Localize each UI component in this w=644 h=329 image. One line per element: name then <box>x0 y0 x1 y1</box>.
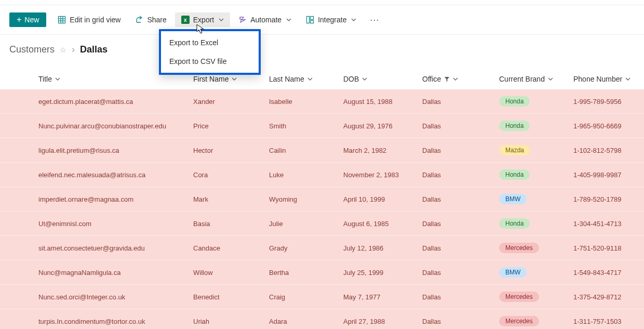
cell-brand: BMW <box>499 267 573 278</box>
table-row[interactable]: imperdiet.ornare@magnaa.comMarkWyomingAp… <box>0 187 644 211</box>
table-row[interactable]: sit.amet.consectetuer@gravida.eduCandace… <box>0 235 644 260</box>
plus-icon: + <box>17 16 21 23</box>
header-last-name[interactable]: Last Name <box>269 75 343 83</box>
brand-pill: Mercedes <box>499 316 539 326</box>
header-brand[interactable]: Current Brand <box>499 75 573 83</box>
cell-phone: 1-375-429-8712 <box>573 293 644 301</box>
cell-title[interactable]: ligula.elit.pretium@risus.ca <box>38 147 193 154</box>
brand-pill: Honda <box>499 121 530 131</box>
header-dob[interactable]: DOB <box>343 75 422 83</box>
header-dob-label: DOB <box>343 75 359 83</box>
cell-title[interactable]: eleifend.nec.malesuada@atrisus.ca <box>38 171 193 179</box>
cell-dob: November 2, 1983 <box>343 171 422 179</box>
chevron-down-icon <box>625 76 630 82</box>
cell-first-name: Uriah <box>193 318 269 325</box>
cell-dob: July 25, 1999 <box>343 269 422 277</box>
share-button[interactable]: Share <box>129 12 172 27</box>
cell-phone: 1-102-812-5798 <box>573 147 644 154</box>
brand-pill: BMW <box>499 194 527 204</box>
brand-pill: Mercedes <box>499 243 539 253</box>
cell-title[interactable]: Nunc@magnaNamligula.ca <box>38 269 193 277</box>
svg-rect-6 <box>311 17 314 20</box>
header-phone-label: Phone Number <box>573 75 622 83</box>
export-to-excel-item[interactable]: Export to Excel <box>161 33 259 52</box>
header-last-name-label: Last Name <box>269 75 304 83</box>
table-row[interactable]: ligula.elit.pretium@risus.caHectorCailin… <box>0 138 644 162</box>
table-row[interactable]: turpis.In.condimentum@tortor.co.ukUriahA… <box>0 309 644 329</box>
brand-pill: BMW <box>499 267 527 278</box>
cell-last-name: Craig <box>269 293 343 301</box>
cell-title[interactable]: eget.dictum.placerat@mattis.ca <box>38 98 193 106</box>
cell-dob: July 12, 1986 <box>343 244 422 252</box>
table-row[interactable]: eget.dictum.placerat@mattis.caXanderIsab… <box>0 89 644 113</box>
header-office-label: Office <box>422 75 441 83</box>
chevron-down-icon <box>351 17 356 22</box>
cell-phone: 1-789-520-1789 <box>573 195 644 203</box>
table-row[interactable]: Ut@enimnisl.comBasiaJulieAugust 6, 1985D… <box>0 211 644 235</box>
cell-first-name: Hector <box>193 147 269 154</box>
header-first-name[interactable]: First Name <box>193 75 269 83</box>
header-office[interactable]: Office <box>422 75 499 83</box>
cell-office: Dallas <box>422 244 499 252</box>
cell-last-name: Grady <box>269 244 343 252</box>
cell-phone: 1-304-451-4713 <box>573 220 644 228</box>
cell-last-name: Julie <box>269 220 343 228</box>
brand-pill: Mazda <box>499 145 530 155</box>
svg-rect-7 <box>311 21 314 23</box>
cell-office: Dallas <box>422 147 499 154</box>
breadcrumb: Customers ☆ › Dallas <box>0 35 644 57</box>
cell-dob: August 29, 1976 <box>343 122 422 130</box>
cell-first-name: Price <box>193 122 269 130</box>
cell-first-name: Xander <box>193 98 269 106</box>
cell-office: Dallas <box>422 98 499 106</box>
cell-brand: Mercedes <box>499 243 573 253</box>
table-row[interactable]: Nunc@magnaNamligula.caWillowBerthaJuly 2… <box>0 260 644 284</box>
cell-brand: Honda <box>499 96 573 107</box>
cell-dob: May 7, 1977 <box>343 293 422 301</box>
cell-title[interactable]: imperdiet.ornare@magnaa.com <box>38 195 193 203</box>
chevron-down-icon <box>362 76 367 82</box>
integrate-button[interactable]: Integrate <box>300 12 363 27</box>
cell-office: Dallas <box>422 318 499 325</box>
cell-title[interactable]: turpis.In.condimentum@tortor.co.uk <box>38 318 193 325</box>
header-title-label: Title <box>38 75 52 83</box>
cell-title[interactable]: Nunc.sed.orci@Integer.co.uk <box>38 293 193 301</box>
edit-in-grid-button[interactable]: Edit in grid view <box>51 12 127 27</box>
chevron-down-icon <box>55 76 60 82</box>
cell-last-name: Isabelle <box>269 98 343 106</box>
breadcrumb-root[interactable]: Customers <box>9 44 55 55</box>
favorite-icon[interactable]: ☆ <box>60 46 66 54</box>
svg-rect-0 <box>59 17 65 23</box>
cell-first-name: Basia <box>193 220 269 228</box>
breadcrumb-separator: › <box>72 44 75 55</box>
header-title[interactable]: Title <box>38 75 193 83</box>
table-row[interactable]: Nunc.pulvinar.arcu@conubianostraper.eduP… <box>0 113 644 138</box>
flow-icon <box>238 16 247 24</box>
list-view: Title First Name Last Name DOB Office Cu… <box>0 57 644 329</box>
filter-icon <box>444 76 450 82</box>
cell-first-name: Willow <box>193 269 269 277</box>
more-actions-button[interactable]: ··· <box>365 15 384 25</box>
cell-first-name: Cora <box>193 171 269 179</box>
cell-office: Dallas <box>422 269 499 277</box>
cell-title[interactable]: Ut@enimnisl.com <box>38 220 193 228</box>
table-row[interactable]: eleifend.nec.malesuada@atrisus.caCoraLuk… <box>0 162 644 187</box>
grid-icon <box>58 16 66 24</box>
chevron-down-icon <box>286 17 291 22</box>
cell-title[interactable]: Nunc.pulvinar.arcu@conubianostraper.edu <box>38 122 193 130</box>
cell-title[interactable]: sit.amet.consectetuer@gravida.edu <box>38 244 193 252</box>
automate-button[interactable]: Automate <box>232 12 298 27</box>
export-button[interactable]: x Export <box>175 12 230 27</box>
cell-brand: Honda <box>499 169 573 180</box>
export-to-csv-item[interactable]: Export to CSV file <box>161 52 259 71</box>
new-button-label: New <box>24 16 39 24</box>
cell-phone: 1-751-520-9118 <box>573 244 644 252</box>
chevron-down-icon <box>307 76 313 82</box>
chevron-down-icon <box>453 76 458 82</box>
new-button[interactable]: + New <box>9 12 46 27</box>
cell-last-name: Wyoming <box>269 195 343 203</box>
command-bar: + New Edit in grid view Share x Export A… <box>0 5 644 35</box>
table-row[interactable]: Nunc.sed.orci@Integer.co.ukBenedictCraig… <box>0 284 644 309</box>
integrate-label: Integrate <box>318 16 346 24</box>
header-phone[interactable]: Phone Number <box>573 75 644 83</box>
